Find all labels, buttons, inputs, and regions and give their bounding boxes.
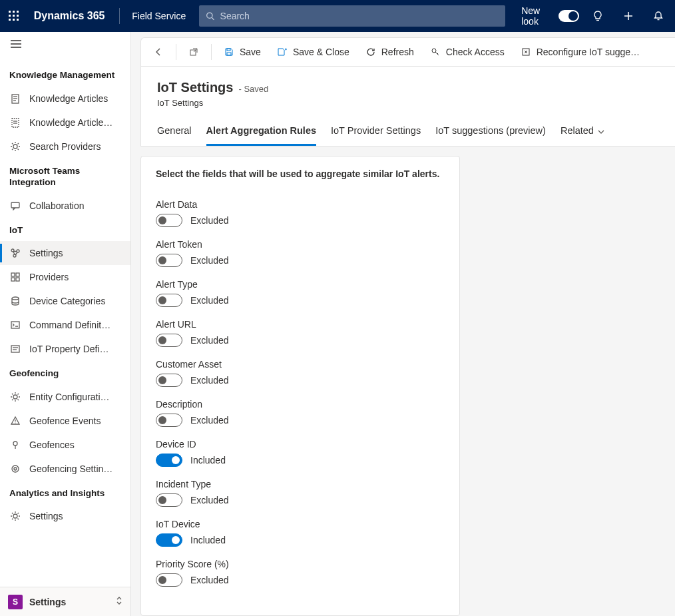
tab-alert-aggregation-rules[interactable]: Alert Aggregation Rules — [206, 120, 316, 146]
field-alert-data: Alert Data Excluded — [156, 199, 445, 227]
doc-icon — [9, 93, 21, 105]
field-label: Alert Token — [156, 239, 445, 250]
toggle-customer-asset[interactable] — [156, 374, 182, 387]
check-access-button[interactable]: Check Access — [423, 43, 511, 61]
open-in-new-button[interactable] — [182, 43, 206, 61]
toggle-incident-type[interactable] — [156, 493, 182, 507]
nav-item-providers[interactable]: Providers — [0, 265, 130, 289]
brand-name[interactable]: Dynamics 365 — [31, 10, 108, 22]
app-name[interactable]: Field Service — [132, 11, 191, 21]
search-input[interactable] — [220, 11, 499, 21]
svg-rect-31 — [16, 273, 19, 276]
nav-section-title: Geofencing — [0, 361, 130, 385]
nav-item-knowledge-article-templates[interactable]: Knowledge Article… — [0, 111, 130, 135]
tab-related[interactable]: Related — [561, 120, 604, 146]
separator — [119, 8, 120, 24]
separator — [176, 44, 176, 60]
svg-point-39 — [13, 395, 17, 399]
save-button[interactable]: Save — [217, 43, 268, 61]
svg-rect-30 — [11, 273, 15, 276]
nav-item-label: IoT Property Defi… — [29, 344, 109, 354]
global-search[interactable] — [199, 5, 505, 27]
svg-rect-4 — [13, 15, 15, 17]
hamburger-icon — [11, 40, 21, 48]
waffle-icon — [9, 11, 19, 21]
nav-item-settings[interactable]: Settings — [0, 241, 130, 265]
popout-icon — [188, 47, 199, 57]
svg-rect-35 — [11, 322, 19, 328]
svg-point-41 — [15, 422, 15, 423]
svg-point-42 — [13, 442, 17, 446]
refresh-button[interactable]: Refresh — [359, 43, 421, 61]
notifications-button[interactable] — [648, 3, 670, 29]
tab-iot-provider-settings[interactable]: IoT Provider Settings — [331, 120, 421, 146]
form-selector[interactable]: IoT Settings — [157, 98, 659, 108]
toggle-alert-data[interactable] — [156, 214, 182, 227]
cmd-icon — [9, 319, 21, 331]
separator — [211, 44, 212, 60]
lightbulb-button[interactable] — [587, 3, 609, 29]
toggle-iot-device[interactable] — [156, 533, 182, 547]
toggle-description[interactable] — [156, 414, 182, 427]
nav-item-label: Command Definit… — [29, 320, 111, 330]
key-icon — [430, 47, 441, 57]
reconfigure-button[interactable]: Reconfigure IoT sugge… — [514, 43, 646, 61]
card-heading: Select the fields that will be used to a… — [156, 168, 445, 179]
pin-icon — [9, 439, 21, 451]
nav-item-label: Entity Configurati… — [29, 392, 110, 402]
back-button[interactable] — [146, 43, 170, 61]
chat-icon — [9, 200, 21, 212]
tab-iot-suggestions[interactable]: IoT suggestions (preview) — [435, 120, 546, 146]
field-label: Priority Score (%) — [156, 559, 445, 569]
nav-item-geofences[interactable]: Geofences — [0, 433, 130, 457]
stack-icon — [9, 295, 21, 307]
area-switcher[interactable]: S Settings — [0, 587, 130, 616]
tab-general[interactable]: General — [157, 120, 192, 146]
nav-item-search-providers[interactable]: Search Providers — [0, 135, 130, 158]
svg-point-25 — [13, 145, 17, 149]
toggle-alert-type[interactable] — [156, 294, 182, 307]
warn-icon — [9, 415, 21, 427]
svg-rect-7 — [13, 19, 15, 21]
app-launcher-button[interactable] — [5, 5, 23, 27]
nodes-icon — [9, 247, 21, 259]
toggle-state-label: Included — [190, 455, 226, 465]
nav-item-label: Settings — [29, 511, 63, 521]
aggregation-fields-card: Select the fields that will be used to a… — [140, 156, 460, 616]
field-customer-asset: Customer Asset Excluded — [156, 359, 445, 387]
nav-item-entity-configurations[interactable]: Entity Configurati… — [0, 385, 130, 409]
collapse-nav-button[interactable] — [8, 36, 24, 52]
toggle-priority-score[interactable] — [156, 573, 182, 587]
nav-item-command-definitions[interactable]: Command Definit… — [0, 313, 130, 337]
toggle-alert-token[interactable] — [156, 254, 182, 267]
updown-icon — [116, 596, 122, 607]
nav-item-knowledge-articles[interactable]: Knowledge Articles — [0, 87, 130, 111]
nav-item-device-categories[interactable]: Device Categories — [0, 289, 130, 313]
nav-item-collaboration[interactable]: Collaboration — [0, 194, 130, 218]
toggle-device-id[interactable] — [156, 454, 182, 467]
svg-point-28 — [17, 250, 19, 252]
svg-rect-49 — [227, 53, 231, 55]
doc-dashed-icon — [9, 117, 21, 129]
new-look-toggle[interactable]: New look — [521, 5, 579, 27]
form-tabs: GeneralAlert Aggregation RulesIoT Provid… — [157, 120, 659, 146]
nav-item-geofencing-settings[interactable]: Geofencing Settin… — [0, 457, 130, 481]
bell-icon — [653, 11, 664, 21]
svg-rect-33 — [16, 278, 19, 281]
nav-section-title: Microsoft Teams Integration — [0, 158, 130, 194]
nav-item-iot-property-definitions[interactable]: IoT Property Defi… — [0, 337, 130, 361]
gear-icon — [9, 391, 21, 403]
save-close-button[interactable]: Save & Close — [270, 43, 356, 61]
nav-item-label: Geofencing Settin… — [29, 463, 112, 474]
toggle-alert-url[interactable] — [156, 334, 182, 347]
lightbulb-icon — [592, 11, 603, 21]
svg-rect-5 — [17, 15, 19, 17]
svg-line-10 — [212, 17, 214, 19]
nav-item-label: Providers — [29, 272, 69, 282]
nav-item-ai-settings[interactable]: Settings — [0, 504, 130, 528]
svg-point-27 — [11, 249, 14, 252]
toggle-state-label: Excluded — [190, 215, 229, 226]
nav-item-geofence-events[interactable]: Geofence Events — [0, 409, 130, 433]
add-button[interactable] — [617, 3, 639, 29]
chevron-down-icon — [598, 130, 604, 134]
